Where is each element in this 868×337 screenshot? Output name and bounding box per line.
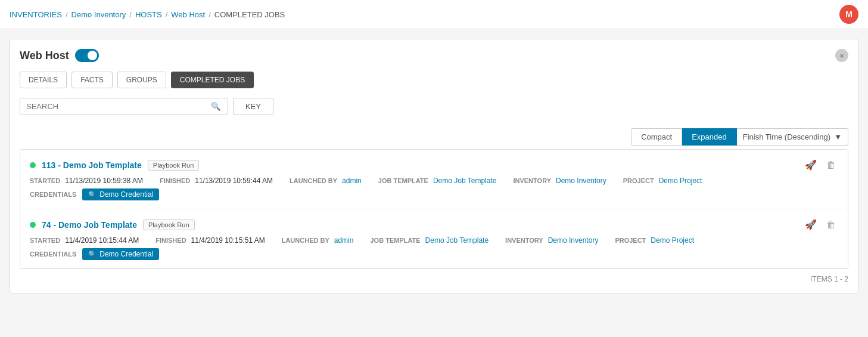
search-box: 🔍 [20, 98, 228, 115]
credentials-row-113: CREDENTIALS 🔍 Demo Credential [30, 188, 838, 200]
search-row: 🔍 KEY [20, 98, 848, 115]
finished-value-74: 11/4/2019 10:15:51 AM [191, 236, 265, 245]
demo-inventory-link[interactable]: Demo Inventory [71, 10, 126, 19]
job-actions-74: 🚀 🗑 [802, 218, 838, 231]
credential-value-74: Demo Credential [99, 250, 153, 258]
project-link-113[interactable]: Demo Project [659, 177, 702, 185]
delete-button-113[interactable]: 🗑 [824, 159, 838, 172]
expanded-view-button[interactable]: Expanded [682, 128, 737, 146]
job-template-link-113[interactable]: Demo Job Template [433, 177, 497, 185]
host-toggle[interactable] [75, 49, 99, 62]
card-header: Web Host × [20, 49, 848, 62]
breadcrumb-sep-4: / [209, 10, 211, 19]
started-value-74: 11/4/2019 10:15:44 AM [65, 236, 139, 245]
sort-dropdown[interactable]: Finish Time (Descending) ▼ [737, 128, 848, 146]
close-icon: × [839, 51, 844, 60]
sort-label: Finish Time (Descending) [743, 132, 830, 141]
status-success-dot-113 [30, 162, 36, 168]
items-count: ITEMS 1 - 2 [20, 275, 848, 283]
completed-jobs-crumb: COMPLETED JOBS [214, 10, 285, 19]
host-name: Web Host [20, 50, 69, 62]
credentials-label-74: CREDENTIALS [30, 251, 76, 258]
avatar-letter: M [845, 10, 853, 19]
job-name-link-74[interactable]: 74 - Demo Job Template [42, 220, 137, 230]
credentials-label-113: CREDENTIALS [30, 191, 76, 198]
breadcrumb-sep-1: / [66, 10, 68, 19]
started-label-74: STARTED [30, 237, 60, 244]
close-button[interactable]: × [835, 49, 848, 62]
tab-bar: DETAILS FACTS GROUPS COMPLETED JOBS [20, 72, 848, 88]
job-actions-113: 🚀 🗑 [802, 158, 838, 172]
search-button[interactable]: 🔍 [205, 98, 227, 115]
hosts-link[interactable]: HOSTS [135, 10, 162, 19]
job-header-74: 74 - Demo Job Template Playbook Run 🚀 🗑 [30, 218, 838, 231]
job-name-link-113[interactable]: 113 - Demo Job Template [42, 160, 142, 170]
inventory-link-113[interactable]: Demo Inventory [556, 177, 606, 185]
inventories-link[interactable]: INVENTORIES [10, 10, 62, 19]
avatar[interactable]: M [839, 5, 858, 24]
project-label-113: PROJECT [623, 177, 654, 184]
inventory-label-113: INVENTORY [513, 177, 551, 184]
search-icon: 🔍 [211, 102, 221, 111]
launched-by-link-74[interactable]: admin [334, 236, 354, 245]
job-header-113: 113 - Demo Job Template Playbook Run 🚀 🗑 [30, 158, 838, 172]
inventory-link-74[interactable]: Demo Inventory [548, 236, 599, 245]
job-title-row-74: 74 - Demo Job Template Playbook Run [30, 219, 195, 230]
tab-completed-jobs[interactable]: COMPLETED JOBS [171, 72, 254, 88]
launched-by-label-74: LAUNCHED BY [282, 237, 329, 244]
project-label-74: PROJECT [615, 237, 646, 244]
project-link-74[interactable]: Demo Project [651, 236, 694, 245]
breadcrumb-sep-3: / [166, 10, 168, 19]
breadcrumb: INVENTORIES / Demo Inventory / HOSTS / W… [10, 10, 285, 19]
tab-groups[interactable]: GROUPS [117, 72, 166, 88]
delete-button-74[interactable]: 🗑 [824, 218, 838, 231]
breadcrumb-sep-2: / [129, 10, 132, 19]
job-title-row-113: 113 - Demo Job Template Playbook Run [30, 160, 199, 171]
credential-icon-74: 🔍 [88, 251, 97, 258]
items-count-text: ITEMS 1 - 2 [810, 275, 848, 283]
job-template-link-74[interactable]: Demo Job Template [425, 236, 489, 245]
toggle-bg [75, 49, 99, 62]
job-template-label-113: JOB TEMPLATE [378, 177, 428, 184]
finished-value-113: 11/13/2019 10:59:44 AM [195, 177, 273, 185]
jobs-list: 113 - Demo Job Template Playbook Run 🚀 🗑… [20, 149, 848, 269]
tab-facts[interactable]: FACTS [71, 72, 113, 88]
credential-button-113[interactable]: 🔍 Demo Credential [82, 188, 159, 200]
job-item-74: 74 - Demo Job Template Playbook Run 🚀 🗑 … [20, 209, 848, 268]
credential-value-113: Demo Credential [99, 190, 153, 199]
credentials-row-74: CREDENTIALS 🔍 Demo Credential [30, 248, 838, 260]
credential-button-74[interactable]: 🔍 Demo Credential [82, 248, 159, 260]
chevron-down-icon: ▼ [834, 132, 842, 141]
finished-label-113: FINISHED [160, 177, 190, 184]
host-card: Web Host × DETAILS FACTS GROUPS COMPLETE… [10, 39, 858, 293]
job-item-113: 113 - Demo Job Template Playbook Run 🚀 🗑… [20, 150, 848, 209]
launched-by-link-113[interactable]: admin [342, 177, 362, 185]
job-template-label-74: JOB TEMPLATE [370, 237, 420, 244]
relaunch-button-113[interactable]: 🚀 [802, 158, 819, 172]
job-meta-74: STARTED 11/4/2019 10:15:44 AM FINISHED 1… [30, 236, 838, 245]
compact-view-button[interactable]: Compact [631, 128, 682, 146]
finished-label-74: FINISHED [155, 237, 186, 244]
started-label-113: STARTED [30, 177, 60, 184]
relaunch-button-74[interactable]: 🚀 [802, 218, 819, 231]
job-badge-113: Playbook Run [148, 160, 200, 171]
job-meta-113: STARTED 11/13/2019 10:59:38 AM FINISHED … [30, 177, 838, 185]
inventory-label-74: INVENTORY [505, 237, 543, 244]
host-title-row: Web Host [20, 49, 99, 62]
search-input[interactable] [20, 98, 205, 115]
key-button[interactable]: KEY [233, 98, 273, 115]
status-success-dot-74 [30, 222, 36, 228]
started-value-113: 11/13/2019 10:59:38 AM [65, 177, 143, 185]
job-badge-74: Playbook Run [143, 219, 195, 230]
credential-icon-113: 🔍 [88, 191, 97, 199]
web-host-link[interactable]: Web Host [171, 10, 205, 19]
main-content: Web Host × DETAILS FACTS GROUPS COMPLETE… [0, 29, 868, 303]
list-controls: Compact Expanded Finish Time (Descending… [20, 125, 848, 149]
launched-by-label-113: LAUNCHED BY [290, 177, 337, 184]
top-bar: INVENTORIES / Demo Inventory / HOSTS / W… [0, 0, 868, 29]
toggle-knob [88, 51, 97, 60]
tab-details[interactable]: DETAILS [20, 72, 67, 88]
